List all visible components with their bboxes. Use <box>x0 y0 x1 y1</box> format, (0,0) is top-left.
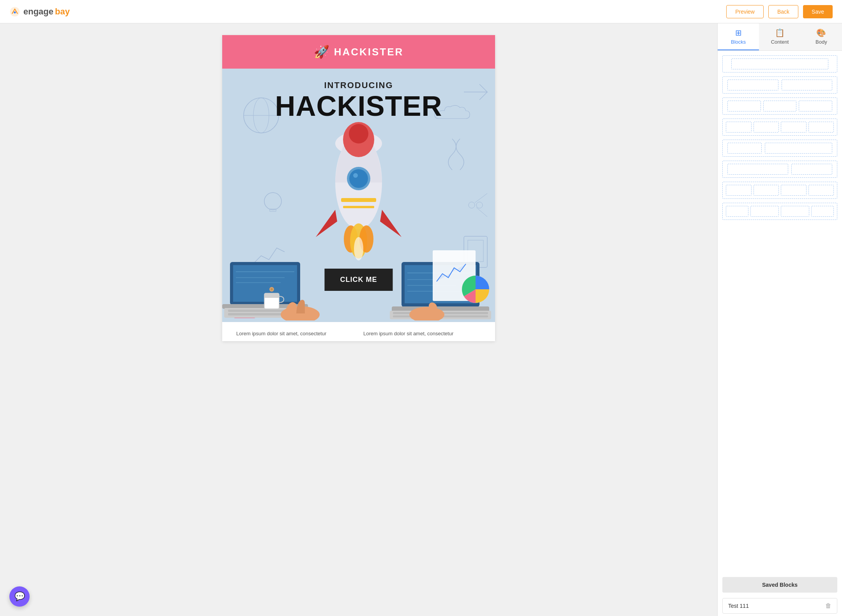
logo: engagebay <box>9 6 70 17</box>
svg-point-2 <box>244 98 279 133</box>
svg-point-1 <box>14 11 16 13</box>
svg-point-7 <box>469 202 475 208</box>
block-2col[interactable] <box>722 76 837 94</box>
block-4col-1 <box>726 122 752 133</box>
tab-body[interactable]: 🎨 Body <box>801 23 842 50</box>
save-button[interactable]: Save <box>803 5 833 18</box>
block-3col-2 <box>763 101 797 112</box>
block-2col-wide-left <box>727 164 788 175</box>
block-2col-wide-right <box>791 164 832 175</box>
app-header: engagebay Preview Back Save <box>0 0 842 23</box>
canvas-area: 🚀 HACKISTER <box>0 23 717 616</box>
block-2col-wide[interactable] <box>722 161 837 178</box>
svg-point-52 <box>271 288 273 290</box>
tab-blocks[interactable]: ⊞ Blocks <box>718 23 759 50</box>
coffee-cup <box>261 285 285 313</box>
header-buttons: Preview Back Save <box>726 5 833 18</box>
block-third-large <box>765 143 832 154</box>
block-2col-right <box>782 80 833 90</box>
rocket-icon: 🚀 <box>314 44 329 59</box>
blocks-tab-icon: ⊞ <box>735 28 742 37</box>
svg-point-8 <box>476 202 483 208</box>
block-4col-v3-4 <box>811 206 834 217</box>
col2-text: Lorem ipsum dolor sit amet, consectetur <box>363 330 481 338</box>
email-header-title: HACKISTER <box>334 46 404 58</box>
block-1col-inner <box>731 58 828 69</box>
logo-engage-text: engage <box>23 7 53 17</box>
content-tab-icon: 📋 <box>775 28 785 37</box>
email-header: 🚀 HACKISTER <box>222 35 495 69</box>
preview-button[interactable]: Preview <box>726 5 764 18</box>
chat-icon: 💬 <box>14 591 25 602</box>
tab-content[interactable]: 📋 Content <box>759 23 800 50</box>
blocks-list <box>718 51 842 574</box>
email-col-2: Lorem ipsum dolor sit amet, consectetur <box>359 330 486 338</box>
delete-saved-block-icon[interactable]: 🗑 <box>825 602 831 609</box>
panel-tabs: ⊞ Blocks 📋 Content 🎨 Body <box>718 23 842 51</box>
chat-bubble-button[interactable]: 💬 <box>9 586 30 607</box>
block-3col[interactable] <box>722 97 837 115</box>
rocket-svg <box>292 120 425 264</box>
email-col-1: Lorem ipsum dolor sit amet, consectetur <box>232 330 359 338</box>
svg-point-16 <box>349 124 368 143</box>
back-button[interactable]: Back <box>768 5 798 18</box>
svg-rect-25 <box>343 206 374 208</box>
block-4col-v3[interactable] <box>722 203 837 220</box>
pie-chart <box>460 274 491 305</box>
block-4col[interactable] <box>722 119 837 136</box>
email-two-col: Lorem ipsum dolor sit amet, consectetur … <box>222 322 495 341</box>
block-4col-v2-3 <box>781 185 807 196</box>
saved-block-item[interactable]: Test 111 🗑 <box>722 598 837 614</box>
block-1col[interactable] <box>722 55 837 73</box>
logo-bay-text: bay <box>55 7 70 17</box>
body-tab-icon: 🎨 <box>816 28 826 37</box>
block-3col-1 <box>727 101 761 112</box>
svg-rect-24 <box>341 198 376 202</box>
block-4col-v3-2 <box>750 206 779 217</box>
block-4col-4 <box>808 122 834 133</box>
email-preview: 🚀 HACKISTER <box>222 35 495 341</box>
main-layout: 🚀 HACKISTER <box>0 23 842 616</box>
block-3col-3 <box>799 101 832 112</box>
tab-body-label: Body <box>815 39 827 45</box>
right-panel: ⊞ Blocks 📋 Content 🎨 Body <box>717 23 842 616</box>
saved-block-name: Test 111 <box>728 603 749 609</box>
block-2col-left <box>727 80 778 90</box>
block-4col-2 <box>754 122 779 133</box>
svg-point-23 <box>354 237 363 260</box>
svg-point-3 <box>253 98 269 133</box>
svg-point-18 <box>349 169 368 188</box>
block-third-small <box>727 143 762 154</box>
block-4col-v2-2 <box>754 185 779 196</box>
svg-line-9 <box>475 193 487 203</box>
tab-blocks-label: Blocks <box>731 39 746 45</box>
block-4col-v3-3 <box>781 206 809 217</box>
svg-line-10 <box>476 207 487 217</box>
svg-point-5 <box>264 193 281 210</box>
col1-text: Lorem ipsum dolor sit amet, consectetur <box>236 330 354 338</box>
block-4col-v2[interactable] <box>722 182 837 199</box>
svg-point-19 <box>353 173 358 178</box>
hero-main-text: HACKISTER <box>275 92 442 120</box>
block-4col-v2-4 <box>808 185 834 196</box>
svg-rect-6 <box>270 209 276 211</box>
block-4col-v2-1 <box>726 185 752 196</box>
email-hero: INTRODUCING HACKISTER <box>222 69 495 322</box>
block-4col-3 <box>781 122 807 133</box>
tab-content-label: Content <box>771 39 789 45</box>
block-4col-v3-1 <box>726 206 748 217</box>
svg-rect-50 <box>264 293 279 298</box>
block-thirdsplit[interactable] <box>722 140 837 157</box>
saved-blocks-button[interactable]: Saved Blocks <box>722 577 837 593</box>
svg-point-46 <box>409 307 444 320</box>
hero-intro-text: INTRODUCING <box>275 80 442 90</box>
logo-icon <box>9 6 20 17</box>
click-me-button[interactable]: CLICK ME <box>325 269 393 291</box>
